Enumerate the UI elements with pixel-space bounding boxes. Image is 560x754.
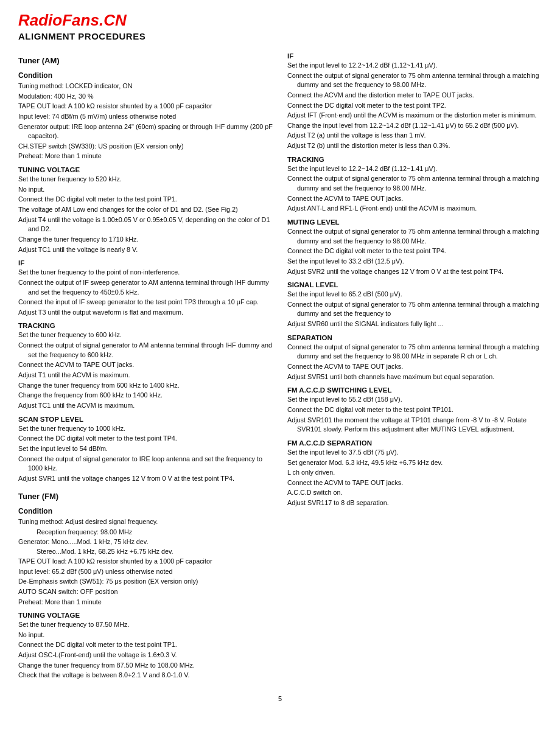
separation-section: SEPARATION Connect the output of signal … — [287, 334, 542, 382]
list-item: Set the tuner frequency to 600 kHz. — [18, 330, 273, 340]
right-column: IF Set the input level to 12.2~14.2 dBf … — [287, 47, 542, 683]
signal-level-list: Set the input level to 65.2 dBf (500 μV)… — [287, 290, 542, 329]
main-title: ALIGNMENT PROCEDURES — [18, 31, 542, 41]
list-item: Set the input level to 55.2 dBf (158 μV)… — [287, 395, 542, 405]
left-column: Tuner (AM) Condition Tuning method: LOCK… — [18, 47, 273, 683]
am-scan-stop-heading: SCAN STOP LEVEL — [18, 416, 273, 423]
list-item: Connect the output of signal generator t… — [18, 341, 273, 360]
list-item: Set the tuner frequency to 1000 kHz. — [18, 424, 273, 434]
signal-level-heading: SIGNAL LEVEL — [287, 281, 542, 288]
list-item: Adjust TC1 until the ACVM is maximum. — [18, 401, 273, 411]
list-item: TAPE OUT load: A 100 kΩ resistor shunted… — [18, 102, 273, 111]
list-item: Change the tuner frequency from 87.50 MH… — [18, 661, 273, 671]
separation-list: Connect the output of signal generator t… — [287, 343, 542, 382]
list-item: Reception frequency: 98.00 MHz — [18, 528, 273, 537]
list-item: CH.STEP switch (SW330): US position (EX … — [18, 142, 273, 152]
fm-accd-separation-section: FM A.C.C.D SEPARATION Set the input leve… — [287, 439, 542, 508]
am-condition-list: Tuning method: LOCKED indicator, ON Modu… — [18, 82, 273, 161]
fm-condition-list: Tuning method: Adjust desired signal fre… — [18, 517, 273, 607]
list-item: Adjust SVR51 until both channels have ma… — [287, 372, 542, 382]
list-item: Adjust TC1 until the voltage is nearly 8… — [18, 245, 273, 255]
list-item: Adjust T1 until the ACVM is maximum. — [18, 371, 273, 380]
list-item: Connect the DC digital volt meter to the… — [287, 246, 542, 256]
muting-level-heading: MUTING LEVEL — [287, 218, 542, 226]
list-item: Connect the DC digital volt meter to the… — [287, 405, 542, 415]
list-item: Connect the output of signal generator t… — [287, 227, 542, 246]
list-item: Input level: 65.2 dBf (500 μV) unless ot… — [18, 567, 273, 577]
fm-condition-heading: Condition — [18, 507, 273, 515]
fm-tracking-section: TRACKING Set the input level to 12.2~14.… — [287, 156, 542, 214]
list-item: Connect the output of signal generator t… — [287, 300, 542, 319]
signal-level-section: SIGNAL LEVEL Set the input level to 65.2… — [287, 281, 542, 329]
fm-accd-switching-heading: FM A.C.C.D SWITCHING LEVEL — [287, 386, 542, 394]
list-item: Tuning method: Adjust desired signal fre… — [18, 517, 273, 527]
list-item: Adjust SVR2 until the voltage changes 12… — [287, 267, 542, 277]
am-condition-heading: Condition — [18, 71, 273, 80]
list-item: Connect the ACVM and the distortion mete… — [287, 91, 542, 100]
list-item: Connect the DC digital volt meter to the… — [287, 101, 542, 111]
list-item: Connect the output of signal generator t… — [18, 455, 273, 473]
list-item: Adjust T4 until the voltage is 1.00±0.05… — [18, 215, 273, 234]
fm-accd-separation-heading: FM A.C.C.D SEPARATION — [287, 439, 542, 447]
list-item: Connect the output of IF sweep generator… — [18, 278, 273, 297]
list-item: Connect the input of IF sweep generator … — [18, 298, 273, 307]
list-item: Set the input level to 65.2 dBf (500 μV)… — [287, 290, 542, 299]
list-item: No input. — [18, 630, 273, 640]
list-item: Preheat: More than 1 minute — [18, 152, 273, 161]
list-item: Adjust OSC-L(Front-end) until the voltag… — [18, 651, 273, 660]
list-item: Connect the DC digital volt meter to the… — [18, 434, 273, 444]
muting-level-list: Connect the output of signal generator t… — [287, 227, 542, 276]
list-item: Adjust T3 until the output waveform is f… — [18, 308, 273, 318]
page-number: 5 — [18, 695, 542, 702]
list-item: Preheat: More than 1 minute — [18, 598, 273, 607]
am-scan-stop-list: Set the tuner frequency to 1000 kHz. Con… — [18, 424, 273, 484]
list-item: Adjust ANT-L and RF1-L (Front-end) until… — [287, 204, 542, 214]
list-item: Connect the ACVM to TAPE OUT jacks. — [287, 194, 542, 204]
list-item: Modulation: 400 Hz, 30 % — [18, 92, 273, 102]
list-item: Change the tuner frequency to 1710 kHz. — [18, 235, 273, 245]
am-tracking-heading: TRACKING — [18, 322, 273, 329]
list-item: Check that the voltage is between 8.0+2.… — [18, 671, 273, 680]
fm-accd-switching-list: Set the input level to 55.2 dBf (158 μV)… — [287, 395, 542, 435]
am-tuning-voltage-list: Set the tuner frequency to 520 kHz. No i… — [18, 175, 273, 254]
list-item: Change the tuner frequency from 600 kHz … — [18, 381, 273, 391]
list-item: Stereo...Mod. 1 kHz, 68.25 kHz +6.75 kHz… — [18, 547, 273, 557]
fm-tracking-heading: TRACKING — [287, 156, 542, 163]
list-item: The voltage of AM Low end changes for th… — [18, 205, 273, 215]
list-item: Connect the ACVM to TAPE OUT jacks. — [18, 360, 273, 370]
muting-level-section: MUTING LEVEL Connect the output of signa… — [287, 218, 542, 276]
list-item: Set generator Mod. 6.3 kHz, 49.5 kHz +6.… — [287, 458, 542, 468]
separation-heading: SEPARATION — [287, 334, 542, 341]
tuner-am-section: Tuner (AM) Condition Tuning method: LOCK… — [18, 56, 273, 483]
list-item: Connect the DC digital volt meter to the… — [18, 195, 273, 204]
fm-accd-separation-list: Set the input level to 37.5 dBf (75 μV).… — [287, 448, 542, 508]
list-item: Set the input level to 33.2 dBf (12.5 μV… — [287, 257, 542, 267]
fm-if-section: IF Set the input level to 12.2~14.2 dBf … — [287, 52, 542, 151]
list-item: Set the input level to 12.2~14.2 dBf (1.… — [287, 164, 542, 174]
list-item: De-Emphasis switch (SW51): 75 μs positio… — [18, 577, 273, 587]
list-item: No input. — [18, 185, 273, 195]
list-item: Adjust IFT (Front-end) until the ACVM is… — [287, 111, 542, 120]
am-if-heading: IF — [18, 259, 273, 267]
tuner-am-title: Tuner (AM) — [18, 56, 273, 65]
list-item: Adjust SVR117 to 8 dB separation. — [287, 498, 542, 508]
list-item: TAPE OUT load: A 100 kΩ resistor shunted… — [18, 557, 273, 567]
fm-tuning-voltage-list: Set the tuner frequency to 87.50 MHz. No… — [18, 620, 273, 680]
list-item: Adjust SVR60 until the SIGNAL indicators… — [287, 319, 542, 329]
list-item: Adjust SVR101 the moment the voltage at … — [287, 416, 542, 435]
fm-accd-switching-section: FM A.C.C.D SWITCHING LEVEL Set the input… — [287, 386, 542, 435]
list-item: Connect the DC digital volt meter to the… — [18, 640, 273, 650]
site-title: RadioFans.CN — [18, 11, 542, 30]
list-item: Tuning method: LOCKED indicator, ON — [18, 82, 273, 91]
list-item: Input level: 74 dBf/m (5 mV/m) unless ot… — [18, 112, 273, 122]
list-item: A.C.C.D switch on. — [287, 488, 542, 498]
list-item: Set the tuner frequency to the point of … — [18, 268, 273, 278]
tuner-fm-title: Tuner (FM) — [18, 492, 273, 501]
list-item: L ch only driven. — [287, 468, 542, 478]
list-item: Set the input level to 12.2~14.2 dBf (1.… — [287, 61, 542, 71]
fm-if-list: Set the input level to 12.2~14.2 dBf (1.… — [287, 61, 542, 151]
list-item: Set the tuner frequency to 520 kHz. — [18, 175, 273, 184]
fm-tracking-list: Set the input level to 12.2~14.2 dBf (1.… — [287, 164, 542, 214]
list-item: Connect the output of signal generator t… — [287, 71, 542, 90]
list-item: Adjust T2 (b) until the distortion meter… — [287, 141, 542, 151]
